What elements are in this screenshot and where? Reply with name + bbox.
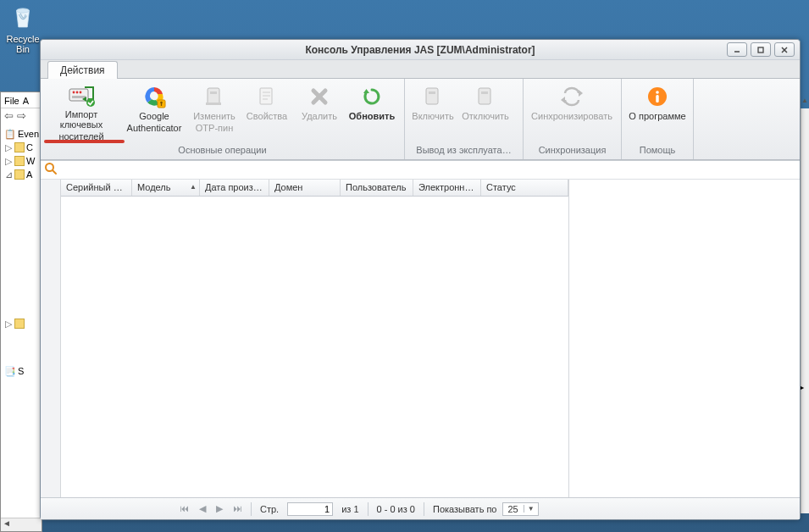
- tree-s[interactable]: S: [18, 364, 24, 378]
- properties-button[interactable]: Свойства: [241, 82, 293, 141]
- delete-label: Удалить: [302, 111, 337, 121]
- refresh-button[interactable]: Обновить: [346, 82, 398, 141]
- folder-icon: [14, 156, 25, 166]
- col-email[interactable]: Электронна…: [413, 180, 481, 196]
- svg-rect-27: [479, 88, 490, 104]
- recycle-bin-icon: [8, 2, 38, 32]
- delete-icon: [306, 84, 333, 109]
- recycle-bin[interactable]: Recycle Bin: [3, 2, 42, 54]
- about-label: О программе: [629, 111, 685, 121]
- svg-marker-30: [561, 97, 565, 103]
- pager-page-label: Стр.: [260, 504, 279, 514]
- window-title: Консоль Управления JAS [ZUM\Administrato…: [305, 44, 535, 56]
- maximize-button[interactable]: [751, 42, 771, 57]
- svg-point-32: [656, 91, 659, 94]
- svg-rect-2: [758, 47, 763, 53]
- tree-root[interactable]: Even: [18, 127, 39, 141]
- group-exploit-label: Вывод из эксплуата…: [407, 143, 521, 158]
- token-icon: [201, 84, 228, 109]
- disable-label: Отключить: [462, 111, 509, 121]
- refresh-label: Обновить: [349, 111, 395, 121]
- pager-per-label: Показывать по: [433, 504, 497, 514]
- pager: ⏮ ◀ ▶ ⏭ Стр. из 1 0 - 0 из 0 Показывать …: [41, 497, 800, 519]
- group-main-label: Основные операции: [42, 143, 402, 158]
- sync-label: Синхронизировать: [531, 111, 612, 121]
- col-serial[interactable]: Серийный но…: [61, 180, 132, 196]
- col-domain[interactable]: Домен: [269, 180, 341, 196]
- forward-icon[interactable]: ⇨: [17, 109, 26, 122]
- svg-point-0: [17, 8, 30, 13]
- jas-window: Консоль Управления JAS [ZUM\Administrato…: [40, 39, 801, 520]
- svg-point-8: [76, 91, 79, 94]
- import-keys-button[interactable]: Импорт ключевых носителей: [42, 82, 120, 141]
- tab-actions[interactable]: Действия: [47, 61, 118, 79]
- svg-point-9: [80, 91, 82, 94]
- pager-page-input[interactable]: [287, 502, 333, 516]
- ribbon-tabstrip: Действия: [41, 60, 800, 79]
- pager-per-select[interactable]: 25 ▼: [502, 502, 539, 516]
- group-sync-label: Синхронизация: [525, 143, 619, 158]
- enable-button[interactable]: Включить: [407, 82, 459, 141]
- background-tree[interactable]: 📋Even ▷C ▷W ⊿A ▷ 📑S: [1, 125, 42, 380]
- scroll-track[interactable]: [801, 108, 809, 513]
- about-button[interactable]: О программе: [623, 82, 691, 141]
- group-help-label: Помощь: [623, 143, 691, 158]
- disable-icon: [472, 84, 499, 109]
- sort-asc-icon: ▲: [190, 183, 197, 191]
- ribbon: Импорт ключевых носителей Google Authent…: [41, 79, 800, 160]
- sync-button[interactable]: Синхронизировать: [525, 82, 618, 141]
- svg-point-11: [86, 98, 95, 107]
- underwin-menu-more[interactable]: A: [23, 96, 29, 106]
- grid-header: Серийный но… Модель▲ Дата произв… Домен …: [61, 180, 568, 197]
- recycle-bin-label: Recycle Bin: [3, 34, 42, 54]
- minimize-button[interactable]: [727, 42, 747, 57]
- pager-range: 0 - 0 из 0: [377, 504, 415, 514]
- svg-rect-14: [161, 103, 162, 106]
- chevron-down-icon: ▼: [524, 505, 538, 513]
- col-model[interactable]: Модель▲: [132, 180, 200, 196]
- google-auth-icon: [141, 84, 168, 109]
- svg-marker-24: [363, 89, 369, 93]
- tree-c[interactable]: C: [26, 141, 33, 154]
- search-icon: [44, 162, 58, 179]
- pager-prev-icon[interactable]: ◀: [199, 503, 206, 514]
- svg-rect-26: [429, 91, 435, 94]
- col-mfg[interactable]: Дата произв…: [200, 180, 269, 196]
- col-user[interactable]: Пользователь: [341, 180, 413, 196]
- separator: [368, 502, 368, 516]
- pager-last-icon[interactable]: ⏭: [233, 503, 242, 514]
- folder-icon: [14, 142, 25, 152]
- back-icon[interactable]: ⇦: [4, 109, 14, 122]
- underwin-menu-file[interactable]: File: [4, 96, 19, 106]
- tree-a[interactable]: A: [26, 168, 32, 181]
- titlebar[interactable]: Консоль Управления JAS [ZUM\Administrato…: [41, 40, 800, 60]
- delete-button[interactable]: Удалить: [293, 82, 346, 141]
- close-button[interactable]: [774, 42, 795, 57]
- pager-of-label: из 1: [341, 504, 358, 514]
- change-otp-button[interactable]: Изменить OTP-пин: [188, 82, 241, 141]
- data-grid[interactable]: Серийный но… Модель▲ Дата произв… Домен …: [61, 180, 569, 497]
- separator: [424, 502, 424, 516]
- background-scrollbar[interactable]: [1, 518, 42, 531]
- disable-button[interactable]: Отключить: [459, 82, 512, 141]
- enable-label: Включить: [412, 111, 453, 121]
- grid-right-gutter: [569, 180, 786, 497]
- event-viewer-icon: 📋: [4, 127, 16, 141]
- pager-first-icon[interactable]: ⏮: [180, 503, 189, 514]
- svg-rect-28: [481, 91, 488, 94]
- separator: [251, 502, 252, 516]
- gauth-label-2: Authenticator: [127, 123, 182, 133]
- pager-next-icon[interactable]: ▶: [216, 503, 223, 514]
- google-authenticator-button[interactable]: Google Authenticator: [120, 82, 188, 141]
- info-icon: [644, 84, 671, 109]
- sync-icon: [558, 84, 585, 109]
- tree-w[interactable]: W: [26, 154, 35, 168]
- search-row: [41, 161, 800, 180]
- svg-rect-25: [426, 88, 438, 104]
- svg-rect-15: [208, 88, 219, 104]
- col-status[interactable]: Статус: [481, 180, 568, 196]
- search-input[interactable]: [61, 163, 800, 178]
- svg-rect-6: [72, 96, 86, 98]
- gauth-label-1: Google: [139, 111, 169, 121]
- subscriptions-icon: 📑: [4, 364, 16, 378]
